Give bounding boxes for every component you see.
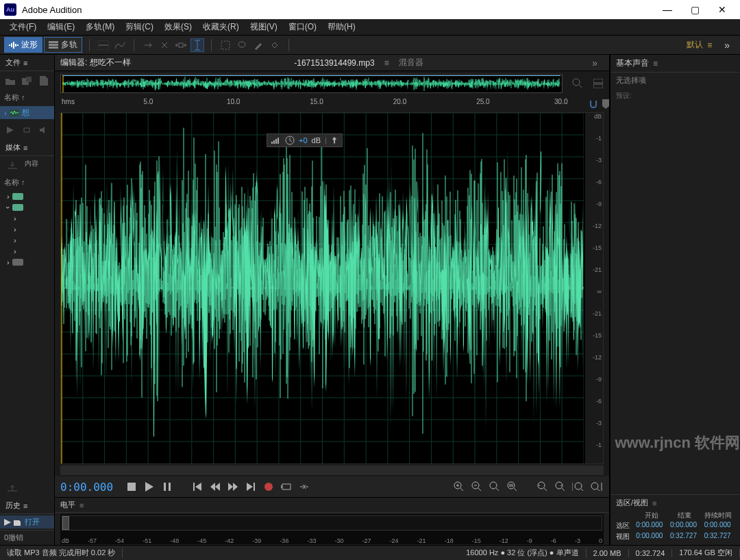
gain-hud[interactable]: +0 dB | [267, 133, 343, 147]
files-panel-tab[interactable]: 文件≡ [0, 55, 54, 71]
move-tool-icon[interactable] [141, 38, 155, 52]
rewind-button[interactable] [208, 479, 223, 494]
editor-filename[interactable]: -1671513914499.mp3 [294, 58, 374, 68]
ingest-icon[interactable] [5, 159, 19, 173]
menu-edit[interactable]: 编辑(E) [42, 21, 80, 33]
loop-playback-button[interactable] [279, 479, 294, 494]
zoom-in-icon[interactable] [452, 479, 467, 494]
marquee-tool-icon[interactable] [219, 38, 232, 52]
tree-item[interactable]: › [0, 257, 54, 268]
multitrack-view-button[interactable]: 多轨 [44, 37, 82, 53]
navigator-overview[interactable] [60, 74, 563, 93]
slip-tool-icon[interactable] [174, 38, 188, 52]
files-name-column[interactable]: 名称 ↑ [0, 90, 54, 105]
tree-item[interactable]: › [0, 235, 54, 246]
levels-meter[interactable]: dB-57-54-51-48-45-42-39-36-33-30-27-24-2… [60, 514, 604, 544]
new-file-icon[interactable] [39, 74, 49, 88]
toolbar-more-icon[interactable]: » [719, 40, 736, 51]
amplitude-scale: dB-1-3-6-9-12-15-21∞-21-15-12-9-6-3-1dB [585, 113, 603, 463]
spectral-freq-icon[interactable] [97, 38, 110, 52]
minimize-button[interactable]: — [654, 4, 681, 15]
spectral-pitch-icon[interactable] [113, 38, 127, 52]
zoom-nav-icon[interactable] [571, 77, 584, 90]
workspace-label[interactable]: 默认 [687, 39, 703, 51]
menu-window[interactable]: 窗口(O) [283, 21, 322, 33]
skip-start-button[interactable] [190, 479, 205, 494]
svg-rect-25 [278, 138, 279, 144]
selection-view-panel: 选区/视图≡ 开始 结束 持续时间 选区 0:00.000 0:00.000 0… [610, 494, 740, 545]
skip-selection-button[interactable] [297, 479, 312, 494]
time-selection-tool-icon[interactable] [190, 38, 204, 52]
editor-area: 编辑器: 想吃不一样 -1671513914499.mp3 ≡ 混音器 » hm… [55, 55, 610, 545]
selection-view-tab[interactable]: 选区/视图 [616, 498, 648, 508]
time-ruler[interactable]: hms 5.0 10.0 15.0 20.0 25.0 30.0 [60, 96, 580, 110]
zoom-full-icon[interactable] [487, 479, 502, 494]
razor-tool-icon[interactable] [158, 38, 171, 52]
snap-icon[interactable] [589, 97, 598, 111]
horizontal-scrollbar[interactable] [60, 466, 604, 475]
file-item[interactable]: › 想 [0, 106, 54, 119]
volume-icon[interactable] [39, 123, 49, 137]
zoom-selection-icon[interactable] [505, 479, 520, 494]
multitrack-label: 多轨 [61, 39, 77, 51]
maximize-button[interactable]: ▢ [681, 4, 708, 15]
zoom-sel-out-icon[interactable] [589, 479, 604, 494]
timecode-display[interactable]: 0:00.000 [60, 481, 113, 494]
menu-effects[interactable]: 效果(S) [159, 21, 197, 33]
workspace-menu-icon[interactable]: ≡ [707, 40, 712, 50]
close-button[interactable]: ✕ [708, 4, 736, 15]
play-button[interactable] [142, 479, 157, 494]
mixer-tab[interactable]: 混音器 [399, 57, 423, 68]
tree-item[interactable]: › [0, 202, 54, 213]
levels-tab[interactable]: 电平 [60, 500, 75, 510]
preset-label: 预设 [616, 92, 630, 99]
open-file-icon[interactable] [5, 74, 15, 88]
waveform-view-button[interactable]: 波形 [4, 37, 42, 53]
waveform-label: 波形 [21, 39, 38, 51]
menu-view[interactable]: 视图(V) [245, 21, 283, 33]
svg-rect-3 [15, 44, 16, 47]
tree-item[interactable]: › [0, 213, 54, 224]
menu-favorites[interactable]: 收藏夹(R) [197, 21, 245, 33]
media-name-column[interactable]: 名称 ↑ [0, 175, 54, 190]
svg-point-41 [591, 483, 598, 489]
menu-help[interactable]: 帮助(H) [322, 21, 361, 33]
brush-tool-icon[interactable] [251, 38, 265, 52]
level-fader[interactable] [62, 516, 69, 530]
loop-icon[interactable] [22, 123, 32, 137]
svg-rect-14 [26, 77, 32, 82]
tree-item[interactable]: › [0, 246, 54, 257]
essential-sound-tab[interactable]: 基本声音≡ [610, 55, 740, 73]
tree-item[interactable]: › [0, 191, 54, 202]
skip-end-button[interactable] [243, 479, 258, 494]
tree-item[interactable]: › [0, 224, 54, 235]
media-panel-tab[interactable]: 媒体≡ [0, 140, 54, 156]
zoom-sel-in-icon[interactable] [571, 479, 586, 494]
editor-more-icon[interactable]: » [587, 58, 604, 68]
zoom-out-icon[interactable] [469, 479, 484, 494]
editor-tab-menu-icon[interactable]: ≡ [384, 58, 389, 68]
lasso-tool-icon[interactable] [235, 38, 249, 52]
nav-layout-icon[interactable] [591, 77, 605, 90]
zoom-in-point-icon[interactable] [535, 479, 550, 494]
marker-icon[interactable] [602, 97, 609, 111]
history-panel-tab[interactable]: 历史≡ [0, 498, 54, 514]
menu-multitrack[interactable]: 多轨(M) [80, 21, 120, 33]
svg-rect-31 [254, 483, 255, 491]
gain-value[interactable]: +0 [299, 136, 308, 144]
menu-file[interactable]: 文件(F) [4, 21, 42, 33]
pause-button[interactable] [160, 479, 175, 494]
transport-bar: 0:00.000 [55, 476, 609, 497]
play-icon[interactable] [5, 123, 15, 137]
menu-clip[interactable]: 剪辑(C) [120, 21, 159, 33]
history-item[interactable]: 打开 [0, 516, 54, 529]
zoom-out-point-icon[interactable] [553, 479, 568, 494]
healing-tool-icon[interactable] [268, 38, 282, 52]
record-button[interactable] [261, 479, 276, 494]
pin-icon[interactable] [331, 137, 338, 144]
waveform-display[interactable]: +0 dB | dB-1-3-6-9-12-15-21∞-21-15-12-9-… [60, 112, 604, 464]
import-icon[interactable] [22, 74, 32, 88]
export-icon[interactable] [5, 481, 19, 495]
forward-button[interactable] [225, 479, 241, 494]
stop-button[interactable] [124, 479, 139, 494]
